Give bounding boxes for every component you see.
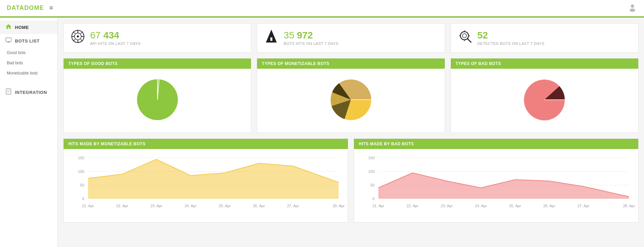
svg-text:150: 150 xyxy=(78,156,84,160)
integration-label: INTEGRATION xyxy=(15,90,47,95)
main-content: 67 434 API HITS on last 7 days 35 972 xyxy=(58,18,644,247)
logo-accent: DOME xyxy=(24,4,44,11)
bot-type-panels-row: TYPES OF GOOD BOTS TYPES OF MONETIZABLE … xyxy=(63,58,639,133)
logo: DATADOME xyxy=(7,4,44,12)
svg-point-12 xyxy=(77,35,79,37)
bad-hits-header: HITS MADE BY BAD BOTS xyxy=(354,139,638,149)
bad-bots-panel: TYPES OF BAD BOTS xyxy=(451,58,639,133)
bad-hits-body: 150 100 50 0 21. Apr 22. Apr 23. Apr 2 xyxy=(354,149,638,222)
sidebar-item-good-bots[interactable]: Good bots xyxy=(0,48,57,58)
svg-text:25. Apr: 25. Apr xyxy=(219,204,231,208)
svg-text:28. Apr: 28. Apr xyxy=(333,204,345,208)
svg-line-24 xyxy=(468,39,471,43)
monetizable-bots-pie xyxy=(327,76,375,124)
bad-bots-body xyxy=(451,69,638,131)
api-hits-number: 67 434 xyxy=(90,30,141,41)
bots-hits-number: 35 972 xyxy=(284,30,338,41)
svg-rect-5 xyxy=(7,42,10,43)
detected-bots-number: 52 xyxy=(477,30,545,41)
svg-text:24. Apr: 24. Apr xyxy=(475,204,487,208)
bots-hits-icon xyxy=(264,29,279,47)
bad-bots-header: TYPES OF BAD BOTS xyxy=(451,59,638,69)
svg-text:23. Apr: 23. Apr xyxy=(150,204,163,208)
svg-text:50: 50 xyxy=(370,183,375,187)
stat-card-detected-bots: 52 DETECTED BOTS on last 7 days xyxy=(451,23,639,53)
monetizable-hits-header: HITS MADE BY MONETIZABLE BOTS xyxy=(64,139,348,149)
svg-text:21. Apr: 21. Apr xyxy=(82,204,94,208)
layout: HOME BOTS LIST Good bots Bad bots Moneti… xyxy=(0,18,644,247)
monetizable-hits-chart-panel: HITS MADE BY MONETIZABLE BOTS 150 100 50… xyxy=(63,138,348,223)
charts-row: HITS MADE BY MONETIZABLE BOTS 150 100 50… xyxy=(63,138,639,223)
svg-text:27. Apr: 27. Apr xyxy=(287,204,299,208)
stat-card-bots-hits: 35 972 BOTS HITS on last 7 days xyxy=(257,23,445,53)
svg-text:21. Apr: 21. Apr xyxy=(372,204,385,208)
user-icon xyxy=(628,3,637,13)
svg-rect-22 xyxy=(270,37,272,41)
svg-text:100: 100 xyxy=(78,170,84,174)
svg-text:26. Apr: 26. Apr xyxy=(253,204,265,208)
sidebar-home-label: HOME xyxy=(15,25,29,30)
bad-bots-pie xyxy=(521,76,568,124)
svg-point-23 xyxy=(460,32,469,40)
svg-rect-3 xyxy=(6,38,11,42)
bad-hits-svg: 150 100 50 0 21. Apr 22. Apr 23. Apr 2 xyxy=(359,154,633,216)
sidebar-item-bots-list[interactable]: BOTS LIST xyxy=(0,34,57,48)
svg-text:22. Apr: 22. Apr xyxy=(116,204,129,208)
monetizable-bots-panel: TYPES OF MONETIZABLE BOTS xyxy=(257,58,445,133)
sidebar-item-monetizable-bots[interactable]: Monetizable bots xyxy=(0,68,57,78)
good-bots-pie xyxy=(134,76,181,124)
good-bots-panel: TYPES OF GOOD BOTS xyxy=(63,58,251,133)
svg-rect-9 xyxy=(7,92,9,93)
detected-bots-icon xyxy=(458,29,473,47)
monetizable-bots-header: TYPES OF MONETIZABLE BOTS xyxy=(257,59,444,69)
sidebar-item-integration[interactable]: INTEGRATION xyxy=(0,85,57,99)
svg-text:0: 0 xyxy=(372,197,374,201)
stat-card-api-hits: 67 434 API HITS on last 7 days xyxy=(63,23,251,53)
svg-point-1 xyxy=(630,9,635,12)
home-icon xyxy=(5,24,12,31)
detected-bots-info: 52 DETECTED BOTS on last 7 days xyxy=(477,30,545,46)
svg-text:22. Apr: 22. Apr xyxy=(407,204,419,208)
detected-bots-label: DETECTED BOTS on last 7 days xyxy=(477,42,545,46)
monetizable-hits-svg: 150 100 50 0 21. Apr 22. Apr xyxy=(69,154,342,216)
monetizable-hits-body: 150 100 50 0 21. Apr 22. Apr xyxy=(64,149,348,222)
monitor-icon xyxy=(5,37,12,44)
svg-text:50: 50 xyxy=(80,183,84,187)
svg-point-0 xyxy=(631,4,634,8)
header: DATADOME ≡ xyxy=(0,0,644,16)
good-bots-label: Good bots xyxy=(7,50,26,55)
bots-hits-info: 35 972 BOTS HITS on last 7 days xyxy=(284,30,338,46)
integration-icon xyxy=(5,88,12,96)
logo-data: DATA xyxy=(7,4,24,11)
api-hits-icon xyxy=(70,29,85,47)
svg-text:28. Apr: 28. Apr xyxy=(623,204,635,208)
sidebar-item-bad-bots[interactable]: Bad bots xyxy=(0,58,57,68)
sidebar-item-home[interactable]: HOME xyxy=(0,20,57,34)
monetizable-bots-body xyxy=(257,69,444,131)
svg-marker-43 xyxy=(88,159,339,199)
svg-text:25. Apr: 25. Apr xyxy=(509,204,521,208)
api-hits-label: API HITS on last 7 days xyxy=(90,42,141,46)
stat-cards-row: 67 434 API HITS on last 7 days 35 972 xyxy=(63,23,639,53)
svg-rect-7 xyxy=(7,90,10,90)
svg-text:100: 100 xyxy=(368,170,375,174)
svg-text:24. Apr: 24. Apr xyxy=(185,204,197,208)
sidebar: HOME BOTS LIST Good bots Bad bots Moneti… xyxy=(0,18,58,247)
svg-text:27. Apr: 27. Apr xyxy=(577,204,590,208)
svg-text:0: 0 xyxy=(82,197,84,201)
good-bots-header: TYPES OF GOOD BOTS xyxy=(64,59,251,69)
bots-hits-label: BOTS HITS on last 7 days xyxy=(284,42,338,46)
good-bots-body xyxy=(64,69,251,131)
bad-bots-label: Bad bots xyxy=(7,61,23,65)
svg-text:26. Apr: 26. Apr xyxy=(543,204,556,208)
svg-text:150: 150 xyxy=(368,156,375,160)
sidebar-bots-list-label: BOTS LIST xyxy=(15,38,39,44)
svg-rect-8 xyxy=(7,91,10,92)
monetizable-bots-label: Monetizable bots xyxy=(7,71,38,76)
top-bar xyxy=(0,16,644,18)
svg-text:23. Apr: 23. Apr xyxy=(441,204,453,208)
menu-icon[interactable]: ≡ xyxy=(49,4,53,12)
svg-marker-60 xyxy=(378,173,629,199)
svg-marker-2 xyxy=(6,24,11,29)
bad-hits-chart-panel: HITS MADE BY BAD BOTS 150 100 50 0 xyxy=(354,138,639,223)
